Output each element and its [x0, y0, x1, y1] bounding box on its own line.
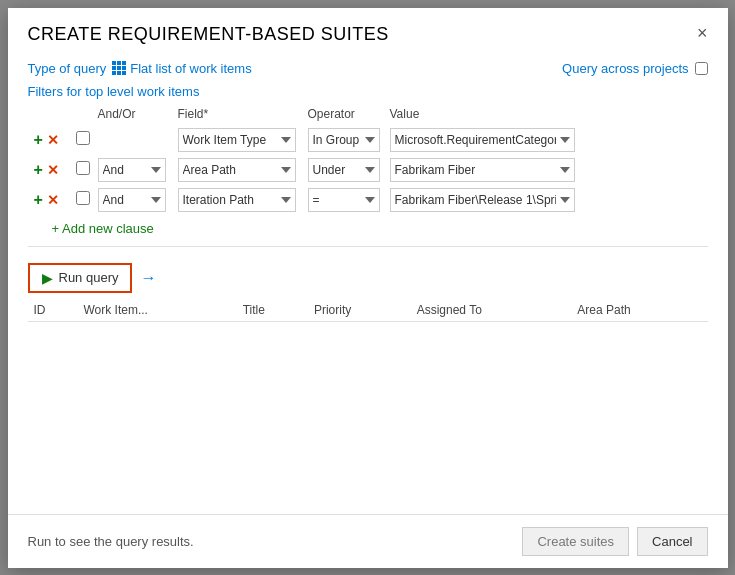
operator-select[interactable]: =: [308, 188, 380, 212]
andor-cell: AndOr: [94, 185, 174, 215]
play-icon: ▶: [42, 270, 53, 286]
table-row: +✕AndOrIteration Path=Fabrikam Fiber\Rel…: [28, 185, 708, 215]
results-th: Priority: [308, 299, 411, 322]
footer-hint: Run to see the query results.: [28, 534, 194, 549]
operator-cell: In Group: [304, 125, 386, 155]
query-type-left: Type of query Flat list of work items: [28, 61, 252, 76]
value-select[interactable]: Fabrikam Fiber\Release 1\Sprint 1: [390, 188, 575, 212]
field-cell: Area Path: [174, 155, 304, 185]
remove-row-button[interactable]: ✕: [45, 132, 61, 148]
value-cell: Fabrikam Fiber: [386, 155, 708, 185]
row-checkbox-cell: [72, 185, 94, 215]
andor-cell: [94, 125, 174, 155]
footer-buttons: Create suites Cancel: [522, 527, 707, 556]
field-select[interactable]: Work Item Type: [178, 128, 296, 152]
value-cell: Microsoft.RequirementCategory: [386, 125, 708, 155]
add-new-clause-button[interactable]: + Add new clause: [28, 215, 708, 236]
dialog-header: CREATE REQUIREMENT-BASED SUITES ×: [8, 8, 728, 53]
results-th: Work Item...: [77, 299, 236, 322]
field-select[interactable]: Area Path: [178, 158, 296, 182]
cancel-button[interactable]: Cancel: [637, 527, 707, 556]
row-checkbox[interactable]: [76, 161, 90, 175]
divider-1: [28, 246, 708, 247]
type-of-query-label: Type of query: [28, 61, 107, 76]
remove-row-button[interactable]: ✕: [45, 162, 61, 178]
filters-label: Filters for top level work items: [28, 80, 708, 105]
run-query-section: ▶ Run query →: [28, 257, 708, 299]
run-query-button[interactable]: ▶ Run query: [28, 263, 133, 293]
th-actions: [28, 105, 72, 125]
table-row: +✕Work Item TypeIn GroupMicrosoft.Requir…: [28, 125, 708, 155]
th-checkbox: [72, 105, 94, 125]
row-checkbox-cell: [72, 155, 94, 185]
create-suites-dialog: CREATE REQUIREMENT-BASED SUITES × Type o…: [8, 8, 728, 568]
results-th: Assigned To: [411, 299, 572, 322]
andor-cell: AndOr: [94, 155, 174, 185]
results-table: IDWork Item...TitlePriorityAssigned ToAr…: [28, 299, 708, 322]
operator-select[interactable]: Under: [308, 158, 380, 182]
close-button[interactable]: ×: [697, 24, 708, 42]
row-checkbox[interactable]: [76, 191, 90, 205]
operator-cell: =: [304, 185, 386, 215]
forward-arrow-button[interactable]: →: [140, 269, 156, 287]
th-andor: And/Or: [94, 105, 174, 125]
add-row-button[interactable]: +: [32, 161, 45, 179]
add-row-button[interactable]: +: [32, 191, 45, 209]
value-select[interactable]: Microsoft.RequirementCategory: [390, 128, 575, 152]
results-section: IDWork Item...TitlePriorityAssigned ToAr…: [28, 299, 708, 514]
add-clause-label: + Add new clause: [52, 221, 154, 236]
operator-cell: Under: [304, 155, 386, 185]
value-cell: Fabrikam Fiber\Release 1\Sprint 1: [386, 185, 708, 215]
query-across-right: Query across projects: [562, 61, 707, 76]
query-across-label: Query across projects: [562, 61, 688, 76]
dialog-footer: Run to see the query results. Create sui…: [8, 514, 728, 568]
add-row-button[interactable]: +: [32, 131, 45, 149]
field-select[interactable]: Iteration Path: [178, 188, 296, 212]
row-actions: +✕: [28, 185, 72, 215]
remove-row-button[interactable]: ✕: [45, 192, 61, 208]
run-query-label: Run query: [59, 270, 119, 285]
flat-list-label: Flat list of work items: [130, 61, 251, 76]
query-type-row: Type of query Flat list of work items Qu…: [28, 53, 708, 80]
results-th: Title: [237, 299, 308, 322]
field-cell: Work Item Type: [174, 125, 304, 155]
row-checkbox-cell: [72, 125, 94, 155]
th-field: Field*: [174, 105, 304, 125]
operator-select[interactable]: In Group: [308, 128, 380, 152]
dialog-body: Type of query Flat list of work items Qu…: [8, 53, 728, 514]
row-actions: +✕: [28, 155, 72, 185]
row-actions: +✕: [28, 125, 72, 155]
row-checkbox[interactable]: [76, 131, 90, 145]
results-th: ID: [28, 299, 78, 322]
create-suites-button[interactable]: Create suites: [522, 527, 629, 556]
andor-select[interactable]: AndOr: [98, 158, 166, 182]
grid-icon: [112, 61, 126, 75]
th-operator: Operator: [304, 105, 386, 125]
value-select[interactable]: Fabrikam Fiber: [390, 158, 575, 182]
query-across-checkbox[interactable]: [695, 62, 708, 75]
empty-results: [28, 322, 708, 514]
andor-select[interactable]: AndOr: [98, 188, 166, 212]
query-table: And/Or Field* Operator Value +✕Work Item…: [28, 105, 708, 215]
dialog-title: CREATE REQUIREMENT-BASED SUITES: [28, 24, 389, 45]
results-th: Area Path: [571, 299, 707, 322]
field-cell: Iteration Path: [174, 185, 304, 215]
th-value: Value: [386, 105, 708, 125]
flat-list-link[interactable]: Flat list of work items: [112, 61, 251, 76]
table-row: +✕AndOrArea PathUnderFabrikam Fiber: [28, 155, 708, 185]
